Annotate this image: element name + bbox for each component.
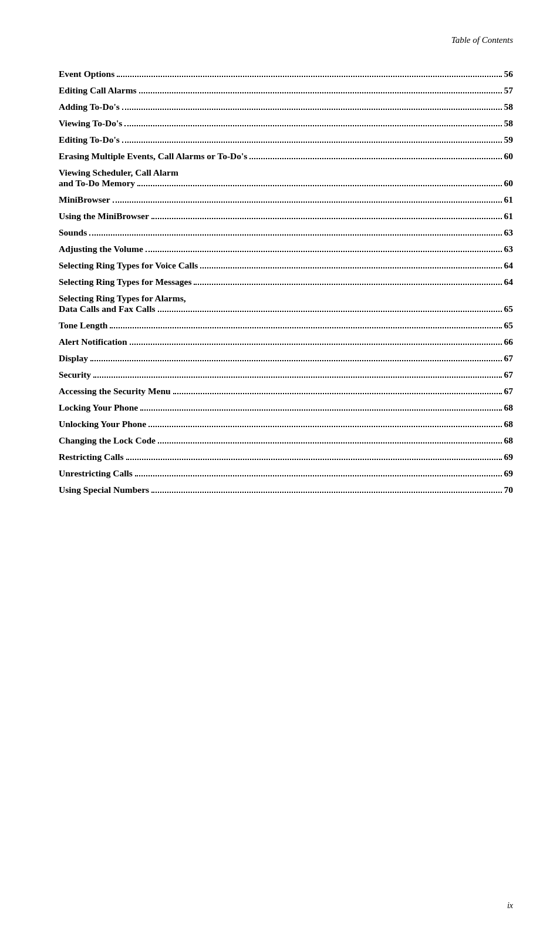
toc-entry: MiniBrowser61 xyxy=(59,194,513,205)
toc-title: Using the MiniBrowser xyxy=(59,211,149,221)
toc-entry: Unrestricting Calls69 xyxy=(59,468,513,479)
toc-dots xyxy=(194,284,501,285)
toc-page-number: 61 xyxy=(504,211,514,221)
toc-page-number: 64 xyxy=(504,260,514,271)
toc-title: Adjusting the Volume xyxy=(59,244,143,254)
toc-page-number: 61 xyxy=(504,194,514,205)
toc-entry: Event Options56 xyxy=(59,69,513,79)
toc-page-number: 56 xyxy=(504,69,514,79)
toc-page-number: 68 xyxy=(504,402,514,413)
toc-entry: Adjusting the Volume63 xyxy=(59,244,513,254)
toc-dots xyxy=(90,360,502,361)
toc-title: Restricting Calls xyxy=(59,452,124,462)
toc-dots xyxy=(130,344,502,345)
toc-entry: Editing Call Alarms57 xyxy=(59,85,513,96)
toc-dots xyxy=(122,109,502,110)
toc-page-number: 70 xyxy=(504,485,514,495)
toc-subtitle: and To-Do Memory xyxy=(59,178,135,189)
toc-dots xyxy=(173,393,502,394)
toc-dots xyxy=(93,377,501,378)
toc-entry: Selecting Ring Types for Messages64 xyxy=(59,277,513,287)
toc-subtitle: Data Calls and Fax Calls xyxy=(59,304,156,314)
toc-title: Sounds xyxy=(59,227,87,238)
toc-page-number: 68 xyxy=(504,435,514,446)
toc-entry: Restricting Calls69 xyxy=(59,452,513,462)
toc-page-number: 65 xyxy=(504,320,514,331)
toc-entry: Changing the Lock Code68 xyxy=(59,435,513,446)
toc-dots xyxy=(140,409,501,411)
toc-page-number: 68 xyxy=(504,419,514,429)
toc-title: Accessing the Security Menu xyxy=(59,386,171,397)
toc-entry: Adding To-Do's58 xyxy=(59,102,513,112)
toc-page-number: 60 xyxy=(504,151,514,162)
toc-entry: Accessing the Security Menu67 xyxy=(59,386,513,397)
toc-title: Erasing Multiple Events, Call Alarms or … xyxy=(59,151,247,162)
toc-entry: Sounds63 xyxy=(59,227,513,238)
toc-page-number: 59 xyxy=(504,135,514,145)
toc-entry: Display67 xyxy=(59,353,513,364)
toc-entry: Using Special Numbers70 xyxy=(59,485,513,495)
toc-second-line: and To-Do Memory60 xyxy=(59,178,513,189)
toc-title: Tone Length xyxy=(59,320,107,331)
toc-page-number: 58 xyxy=(504,118,514,129)
toc-entry: Selecting Ring Types for Alarms,Data Cal… xyxy=(59,293,513,314)
toc-dots xyxy=(200,267,501,268)
page-header: Table of Contents xyxy=(59,35,513,45)
toc-title: Editing Call Alarms xyxy=(59,85,137,96)
toc-title: MiniBrowser xyxy=(59,194,110,205)
toc-page-number: 63 xyxy=(504,227,514,238)
toc-entry: Tone Length65 xyxy=(59,320,513,331)
toc-dots xyxy=(122,142,502,143)
toc-title: Viewing To-Do's xyxy=(59,118,122,129)
toc-entry: Viewing Scheduler, Call Alarmand To-Do M… xyxy=(59,167,513,189)
toc-title: Security xyxy=(59,369,91,380)
toc-title: Selecting Ring Types for Messages xyxy=(59,277,191,287)
toc-title: Locking Your Phone xyxy=(59,402,138,413)
toc-dots xyxy=(110,327,501,328)
toc-title: Adding To-Do's xyxy=(59,102,120,112)
toc-title: Event Options xyxy=(59,69,114,79)
toc-page-number: 67 xyxy=(504,386,514,397)
toc-page-number: 65 xyxy=(504,304,514,314)
toc-dots xyxy=(158,311,502,312)
toc-page-number: 69 xyxy=(504,452,514,462)
toc-entry: Erasing Multiple Events, Call Alarms or … xyxy=(59,151,513,162)
toc-page-number: 67 xyxy=(504,369,514,380)
toc-dots xyxy=(135,475,502,476)
toc-dots xyxy=(151,218,502,219)
toc-entry: Selecting Ring Types for Voice Calls64 xyxy=(59,260,513,271)
toc-page-number: 57 xyxy=(504,85,514,96)
toc-dots xyxy=(139,92,502,93)
toc-dots xyxy=(151,492,501,493)
toc-dots xyxy=(249,158,501,159)
toc-page-number: 66 xyxy=(504,337,514,347)
toc-title: Viewing Scheduler, Call Alarm xyxy=(59,167,513,178)
toc-title: Unlocking Your Phone xyxy=(59,419,146,429)
toc-title: Display xyxy=(59,353,88,364)
toc-title: Unrestricting Calls xyxy=(59,468,133,479)
toc-title: Using Special Numbers xyxy=(59,485,149,495)
toc-page-number: 60 xyxy=(504,178,514,189)
toc-entry: Alert Notification66 xyxy=(59,337,513,347)
toc-page-number: 58 xyxy=(504,102,514,112)
toc-dots xyxy=(124,125,501,126)
toc-dots xyxy=(158,442,502,444)
toc-title: Changing the Lock Code xyxy=(59,435,156,446)
toc-dots xyxy=(89,234,501,236)
toc-dots xyxy=(113,201,502,203)
toc-page-number: 63 xyxy=(504,244,514,254)
toc-page-number: 69 xyxy=(504,468,514,479)
toc-dots xyxy=(149,426,501,427)
toc-title: Editing To-Do's xyxy=(59,135,120,145)
header-title: Table of Contents xyxy=(451,35,513,45)
toc-title: Alert Notification xyxy=(59,337,127,347)
footer-page-number: ix xyxy=(507,901,513,910)
toc-dots xyxy=(146,251,502,252)
toc-page-number: 64 xyxy=(504,277,514,287)
toc-entry: Unlocking Your Phone68 xyxy=(59,419,513,429)
toc-entry: Using the MiniBrowser61 xyxy=(59,211,513,221)
toc-dots xyxy=(137,185,501,186)
toc-entry: Security67 xyxy=(59,369,513,380)
toc-title: Selecting Ring Types for Alarms, xyxy=(59,293,513,304)
toc-entry: Editing To-Do's59 xyxy=(59,135,513,145)
